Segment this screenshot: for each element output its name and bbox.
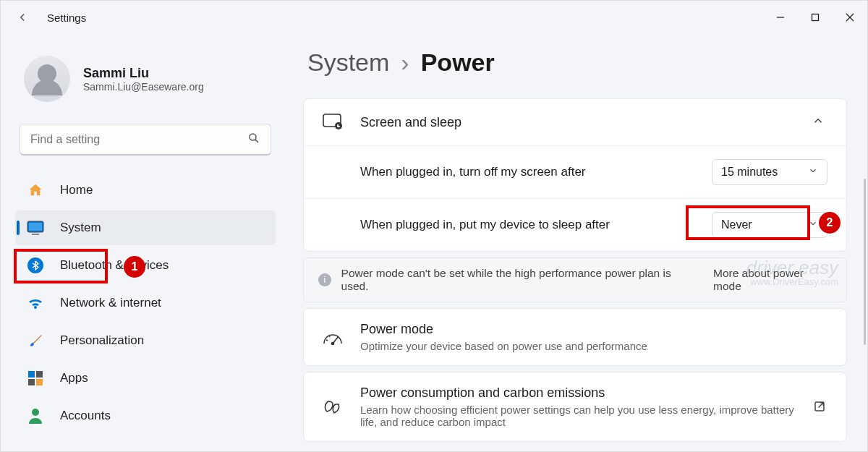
nav: Home System Bluetooth & devices: [15, 173, 276, 433]
app-title: Settings: [47, 12, 86, 24]
svg-rect-11: [36, 371, 43, 378]
close-button[interactable]: [833, 1, 867, 34]
sidebar-item-bluetooth[interactable]: Bluetooth & devices: [15, 248, 276, 283]
svg-rect-12: [28, 379, 35, 385]
banner-link[interactable]: More about power mode: [713, 267, 832, 293]
row-label: When plugged in, put my device to sleep …: [360, 218, 697, 232]
info-icon: i: [318, 273, 331, 286]
card-subtitle: Optimize your device based on power use …: [360, 340, 827, 352]
row-label: When plugged in, turn off my screen afte…: [360, 165, 697, 179]
maximize-button[interactable]: [798, 1, 833, 34]
avatar: [24, 56, 70, 102]
screen-off-select[interactable]: 15 minutes: [712, 159, 827, 185]
sidebar-item-label: System: [60, 221, 101, 235]
home-icon: [27, 182, 44, 199]
power-mode-banner: i Power mode can't be set while the high…: [303, 257, 847, 302]
apps-icon: [27, 370, 44, 387]
main: System › Power Screen and sleep When plu…: [290, 34, 867, 452]
profile-email: Sammi.Liu@Easeware.org: [83, 81, 204, 93]
svg-line-20: [329, 336, 330, 337]
svg-rect-13: [36, 379, 43, 385]
bluetooth-icon: [27, 257, 44, 274]
power-mode-card[interactable]: Power mode Optimize your device based on…: [303, 308, 847, 366]
profile[interactable]: Sammi Liu Sammi.Liu@Easeware.org: [15, 56, 276, 102]
minimize-button[interactable]: [763, 1, 798, 34]
sidebar: Sammi Liu Sammi.Liu@Easeware.org Home Sy: [1, 34, 290, 452]
annotation-badge-2: 2: [819, 212, 841, 234]
select-value: 15 minutes: [721, 166, 778, 179]
screen-off-row: When plugged in, turn off my screen afte…: [304, 145, 846, 198]
svg-line-5: [255, 139, 258, 142]
breadcrumb-parent[interactable]: System: [307, 48, 389, 77]
sidebar-item-label: Network & internet: [60, 296, 161, 310]
screen-and-sleep-header[interactable]: Screen and sleep: [304, 99, 846, 145]
card-title: Power mode: [360, 322, 827, 337]
sleep-row: When plugged in, put my device to sleep …: [304, 198, 846, 251]
card-title: Screen and sleep: [360, 115, 794, 130]
person-icon: [27, 407, 44, 425]
sidebar-item-system[interactable]: System: [15, 210, 276, 245]
profile-name: Sammi Liu: [83, 66, 204, 81]
gauge-icon: [323, 327, 343, 347]
svg-rect-1: [812, 14, 819, 21]
sidebar-item-network[interactable]: Network & internet: [15, 286, 276, 320]
sleep-select[interactable]: Never: [712, 212, 827, 238]
card-title: Power consumption and carbon emissions: [360, 385, 796, 401]
external-link-icon: [813, 400, 827, 414]
sidebar-item-label: Home: [60, 183, 93, 197]
carbon-card[interactable]: Power consumption and carbon emissions L…: [303, 372, 847, 442]
sidebar-item-label: Bluetooth & devices: [60, 258, 169, 273]
system-icon: [27, 219, 44, 236]
wifi-icon: [27, 294, 44, 312]
svg-rect-8: [29, 223, 42, 231]
brush-icon: [27, 332, 44, 349]
scrollbar[interactable]: [864, 179, 866, 345]
breadcrumb: System › Power: [303, 48, 847, 77]
sidebar-item-home[interactable]: Home: [15, 173, 276, 208]
chevron-down-icon: [808, 218, 818, 231]
svg-point-18: [332, 343, 334, 345]
banner-text: Power mode can't be set while the high p…: [341, 267, 693, 293]
sidebar-item-label: Apps: [60, 371, 88, 385]
sidebar-item-label: Accounts: [60, 409, 111, 423]
breadcrumb-current: Power: [421, 48, 495, 77]
window-controls: [763, 1, 867, 34]
chevron-up-icon: [812, 114, 827, 130]
chevron-right-icon: ›: [401, 48, 409, 77]
back-button[interactable]: [14, 9, 31, 26]
svg-point-4: [250, 134, 256, 140]
sidebar-item-accounts[interactable]: Accounts: [15, 398, 276, 433]
sidebar-item-label: Personalization: [60, 333, 144, 348]
titlebar: Settings: [1, 1, 867, 34]
screen-sleep-icon: [323, 112, 343, 132]
svg-point-14: [32, 409, 39, 416]
svg-line-19: [326, 340, 328, 341]
screen-and-sleep-card: Screen and sleep When plugged in, turn o…: [303, 98, 847, 252]
svg-rect-10: [28, 371, 35, 378]
sidebar-item-personalization[interactable]: Personalization: [15, 323, 276, 358]
sidebar-item-apps[interactable]: Apps: [15, 361, 276, 396]
search-input[interactable]: [20, 124, 271, 155]
card-subtitle: Learn how choosing efficient power setti…: [360, 404, 796, 428]
search-icon: [247, 132, 260, 148]
search-field[interactable]: [30, 133, 247, 146]
select-value: Never: [721, 218, 752, 231]
annotation-badge-1: 1: [124, 256, 145, 278]
chevron-down-icon: [808, 166, 818, 179]
leaf-icon: [323, 397, 343, 417]
